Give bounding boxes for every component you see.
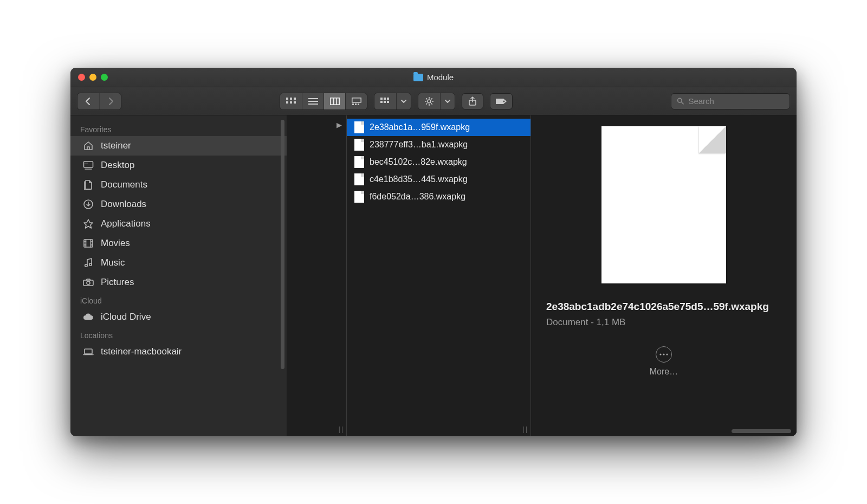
- preview-kind-size: Document - 1,1 MB: [546, 317, 781, 328]
- sidebar-item-desktop[interactable]: Desktop: [70, 156, 287, 175]
- sidebar-item-tsteiner-macbookair[interactable]: tsteiner-macbookair: [70, 342, 287, 361]
- sidebar-item-icloud-drive[interactable]: iCloud Drive: [70, 307, 287, 327]
- sidebar-item-applications[interactable]: Applications: [70, 214, 287, 234]
- svg-rect-16: [380, 98, 383, 100]
- action-menu-button[interactable]: [418, 93, 455, 110]
- sidebar-scrollbar[interactable]: [281, 120, 284, 369]
- svg-point-56: [666, 353, 668, 355]
- column-view-button[interactable]: [323, 93, 345, 109]
- search-field[interactable]: [671, 93, 790, 109]
- sidebar-item-tsteiner[interactable]: tsteiner: [70, 136, 287, 156]
- document-icon: [354, 121, 364, 133]
- music-icon: [82, 257, 94, 269]
- svg-line-34: [681, 102, 683, 104]
- share-button[interactable]: [462, 93, 483, 109]
- sidebar-item-music[interactable]: Music: [70, 253, 287, 273]
- preview-scrollbar[interactable]: [732, 429, 791, 433]
- svg-rect-2: [294, 98, 296, 100]
- document-icon: [82, 179, 94, 191]
- sidebar-item-documents[interactable]: Documents: [70, 175, 287, 195]
- svg-rect-5: [294, 101, 296, 104]
- sidebar-item-movies[interactable]: Movies: [70, 234, 287, 253]
- document-icon: [354, 139, 364, 151]
- preview-filename: 2e38abc1adb2e74c1026a5e75d5…59f.wxapkg: [546, 300, 781, 314]
- titlebar: Module: [70, 68, 797, 87]
- minimize-window-button[interactable]: [89, 74, 96, 81]
- tags-button[interactable]: [490, 93, 513, 109]
- file-preview-thumbnail: [601, 126, 726, 283]
- file-row[interactable]: c4e1b8d35…445.wxapkg: [347, 171, 530, 188]
- document-icon: [354, 156, 364, 168]
- column-browser: ▶ || 2e38abc1a…959f.wxapkg238777eff3…ba1…: [287, 115, 797, 436]
- preview-more: More…: [650, 346, 678, 377]
- column-resize-handle[interactable]: ||: [523, 425, 528, 433]
- svg-point-55: [663, 353, 664, 355]
- window-body: FavoriteststeinerDesktopDocumentsDownloa…: [70, 115, 797, 436]
- sidebar-item-downloads[interactable]: Downloads: [70, 195, 287, 214]
- gear-icon: [424, 96, 434, 106]
- svg-point-22: [428, 100, 431, 103]
- parent-column[interactable]: ▶ ||: [287, 115, 347, 436]
- svg-point-37: [86, 163, 86, 163]
- page-fold-icon: [699, 126, 726, 153]
- svg-point-38: [87, 163, 87, 163]
- arrange-group-button[interactable]: [374, 93, 411, 110]
- svg-rect-13: [352, 104, 354, 105]
- window-title-text: Module: [427, 73, 454, 82]
- column-resize-handle[interactable]: ||: [339, 425, 344, 433]
- svg-point-32: [503, 100, 505, 102]
- zoom-window-button[interactable]: [101, 74, 108, 81]
- svg-line-29: [426, 103, 427, 104]
- sidebar-item-label: Pictures: [101, 277, 134, 288]
- view-mode-group: [280, 93, 367, 110]
- sidebar-section-title: iCloud: [70, 292, 287, 307]
- svg-line-28: [431, 103, 432, 104]
- file-row[interactable]: 238777eff3…ba1.wxapkg: [347, 136, 530, 153]
- svg-point-51: [87, 281, 90, 285]
- forward-button[interactable]: [99, 93, 121, 109]
- svg-rect-20: [384, 101, 386, 103]
- svg-rect-9: [330, 98, 339, 104]
- tag-icon: [495, 98, 508, 105]
- back-button[interactable]: [77, 93, 99, 109]
- sidebar: FavoriteststeinerDesktopDocumentsDownloa…: [70, 115, 287, 436]
- sidebar-item-pictures[interactable]: Pictures: [70, 273, 287, 292]
- movies-icon: [82, 237, 94, 249]
- file-row[interactable]: 2e38abc1a…959f.wxapkg: [347, 119, 530, 136]
- svg-rect-0: [286, 98, 288, 100]
- gallery-view-button[interactable]: [345, 93, 367, 109]
- file-name: 2e38abc1a…959f.wxapkg: [370, 122, 470, 132]
- laptop-icon: [82, 346, 94, 358]
- search-icon: [677, 97, 684, 105]
- window-controls: [78, 74, 108, 81]
- search-input[interactable]: [688, 96, 784, 106]
- file-name: bec45102c…82e.wxapkg: [370, 157, 467, 167]
- svg-rect-12: [352, 98, 360, 102]
- document-icon: [354, 173, 364, 185]
- ellipsis-icon: [659, 353, 668, 356]
- file-row[interactable]: f6de052da…386.wxapkg: [347, 188, 530, 205]
- document-icon: [354, 191, 364, 203]
- file-name: c4e1b8d35…445.wxapkg: [370, 175, 468, 184]
- file-row[interactable]: bec45102c…82e.wxapkg: [347, 153, 530, 171]
- file-list-column: 2e38abc1a…959f.wxapkg238777eff3…ba1.wxap…: [347, 115, 531, 436]
- download-icon: [82, 198, 94, 210]
- nav-buttons: [77, 93, 121, 110]
- cloud-icon: [82, 311, 94, 323]
- folder-icon: [413, 74, 423, 81]
- close-window-button[interactable]: [78, 74, 85, 81]
- home-icon: [82, 140, 94, 152]
- preview-pane: 2e38abc1adb2e74c1026a5e75d5…59f.wxapkg D…: [531, 115, 797, 436]
- svg-point-49: [89, 263, 92, 266]
- svg-rect-17: [384, 98, 386, 100]
- svg-rect-52: [85, 349, 92, 354]
- svg-line-30: [431, 98, 432, 99]
- chevron-down-icon: [401, 99, 406, 104]
- more-actions-button[interactable]: [656, 346, 672, 363]
- file-name: f6de052da…386.wxapkg: [370, 192, 465, 202]
- more-label[interactable]: More…: [650, 367, 678, 377]
- icon-view-button[interactable]: [280, 93, 302, 109]
- pictures-icon: [82, 276, 94, 288]
- list-view-button[interactable]: [302, 93, 323, 109]
- svg-rect-18: [387, 98, 389, 100]
